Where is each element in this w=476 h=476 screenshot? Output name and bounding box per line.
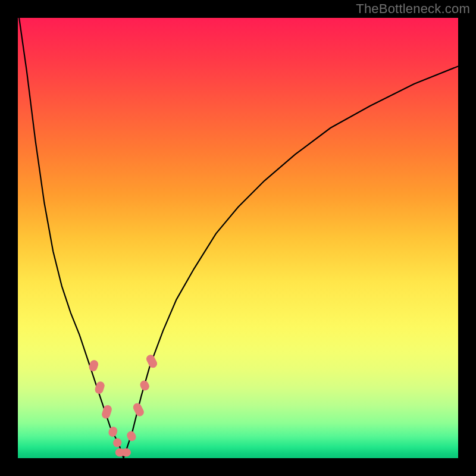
curve-marker	[88, 359, 99, 372]
plot-area	[18, 18, 458, 458]
data-markers	[88, 353, 158, 456]
curves-layer	[18, 18, 458, 458]
curve-marker	[126, 430, 137, 442]
curve-marker	[145, 353, 158, 369]
curve-marker	[132, 402, 145, 418]
curve-marker	[112, 437, 123, 447]
curve-marker	[108, 426, 118, 437]
curve-marker	[139, 380, 151, 392]
curve-marker	[122, 449, 131, 456]
chart-frame: TheBottleneck.com	[0, 0, 476, 476]
right-curve	[124, 66, 458, 458]
left-curve	[18, 18, 124, 458]
watermark-text: TheBottleneck.com	[356, 1, 470, 17]
